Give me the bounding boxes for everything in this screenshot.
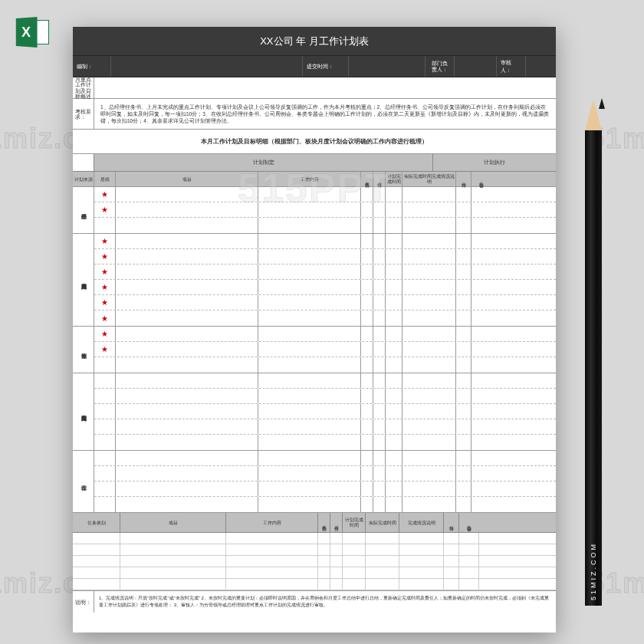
table-row [94, 404, 556, 419]
table-row: ★ [94, 310, 556, 326]
col-reviewer: 审核人 [472, 172, 491, 186]
table-row: ★ [94, 187, 556, 202]
block-label: 总经理任务书 [73, 187, 94, 233]
block-label: 专项工作计划 [73, 327, 94, 373]
table-row [94, 389, 556, 404]
table-row [94, 481, 556, 497]
assessment-text: 1、总经理任务书、上月未完成的重点工作计划、专项计划及会议上公司领导反复强调的工… [94, 99, 556, 129]
footer-notes: 说明： 1、完成情况说明：只填"按时完成"或"未按时完成" 2、未按时完成的重要… [73, 590, 556, 613]
col-score: 分值 [373, 172, 386, 186]
table-row [94, 497, 556, 512]
detail-subtitle: 本月工作计划及目标明细（根据部门、板块月度计划会议明确的工作内容进行梳理） [73, 130, 556, 154]
table-row: ★ [94, 280, 556, 295]
table-row [94, 357, 556, 373]
table-row [94, 419, 556, 435]
assessment-label: 考核要求： [73, 99, 94, 129]
excel-icon: X [15, 15, 49, 49]
preparer-value [111, 56, 303, 77]
dept-owner-label: 部门负责人： [426, 56, 455, 77]
col-points: 得分 [456, 172, 472, 186]
submit-time-label: 提交时间： [303, 56, 349, 77]
table-row [73, 544, 556, 556]
footer-text: 1、完成情况说明：只填"按时完成"或"未按时完成" 2、未按时完成的重要计划：必… [94, 591, 556, 613]
col-actual-time: 实际完成时间完成情况说明 [402, 172, 456, 186]
plan-blocks: 总经理任务书★★上月未完成的重点计划★★★★★★专项工作计划★★本月部门重点工作… [73, 187, 556, 513]
table-row [73, 556, 556, 567]
col-task-status: 完成情况说明 [399, 513, 444, 532]
table-row [73, 579, 556, 590]
info-bar: 编制： 提交时间： 部门负责人： 审核人： [73, 56, 556, 77]
col-task-points: 得分 [444, 513, 459, 532]
col-task-plantime: 计划完成时间 [343, 513, 366, 532]
col-task-project: 项目 [120, 513, 226, 532]
table-row [94, 373, 556, 389]
plan-block: 总经理任务书★★ [73, 187, 556, 234]
col-task-resp: 责任人 [318, 513, 330, 532]
overview-row: 月重点工作计划及目标概述 [73, 77, 556, 99]
assessment-row: 考核要求： 1、总经理任务书、上月未完成的重点工作计划、专项计划及会议上公司领导… [73, 99, 556, 130]
col-level: 星级 [94, 172, 116, 186]
dept-owner-value [455, 56, 497, 77]
block-label: 综合工作 [73, 451, 94, 512]
plan-block: 专项工作计划★★ [73, 327, 556, 373]
col-source: 计划来源 [73, 172, 94, 186]
block-label: 本月部门重点工作计划 [73, 373, 94, 450]
plan-block: 综合工作 [73, 451, 556, 513]
plan-make-header: 计划制定 [94, 154, 433, 171]
footer-label: 说明： [73, 591, 94, 613]
col-plan-time: 计划完成时间 [386, 172, 402, 186]
col-task-acttime: 实际完成时间 [366, 513, 399, 532]
col-task-content: 工作内容 [226, 513, 318, 532]
table-row [94, 218, 556, 233]
pencil-decoration: 51MIZ.COM [585, 100, 602, 606]
block-label: 上月未完成的重点计划 [73, 234, 94, 326]
col-content: 工作内容 [258, 172, 361, 186]
task-category-header: 任务类别 项目 工作内容 责任人 分值 计划完成时间 实际完成时间 完成情况说明… [73, 513, 556, 533]
table-header: 计划来源 星级 项目 工作内容 责任人 分值 计划完成时间 实际完成时间完成情况… [73, 172, 556, 187]
table-row [73, 567, 556, 579]
table-row: ★ [94, 295, 556, 310]
table-row: ★ [94, 202, 556, 218]
overview-label: 月重点工作计划及目标概述 [73, 77, 94, 98]
table-row: ★ [94, 249, 556, 264]
col-responsible: 责任人 [361, 172, 373, 186]
table-row: ★ [94, 264, 556, 280]
table-row: ★ [94, 342, 556, 357]
preparer-label: 编制： [73, 56, 111, 77]
plan-block: 本月部门重点工作计划 [73, 373, 556, 451]
section-header: 计划制定 计划执行 [73, 154, 556, 172]
table-row [94, 451, 556, 466]
col-task-category: 任务类别 [73, 513, 120, 532]
task-rows [73, 533, 556, 590]
table-row [94, 435, 556, 450]
submit-time-value [349, 56, 426, 77]
table-row: ★ [94, 234, 556, 249]
table-row [94, 466, 556, 481]
col-project: 项目 [116, 172, 258, 186]
col-task-score: 分值 [330, 513, 343, 532]
reviewer-label: 审核人： [497, 56, 526, 77]
document-page: 515PPT XX公司 年 月工作计划表 编制： 提交时间： 部门负责人： 审核… [73, 27, 556, 632]
page-title: XX公司 年 月工作计划表 [73, 27, 556, 56]
overview-content [94, 77, 556, 98]
plan-exec-header: 计划执行 [433, 154, 556, 171]
reviewer-value [526, 56, 556, 77]
plan-block: 上月未完成的重点计划★★★★★★ [73, 234, 556, 327]
table-row [73, 533, 556, 544]
table-row: ★ [94, 327, 556, 342]
col-task-reviewer: 审核人 [459, 513, 479, 532]
